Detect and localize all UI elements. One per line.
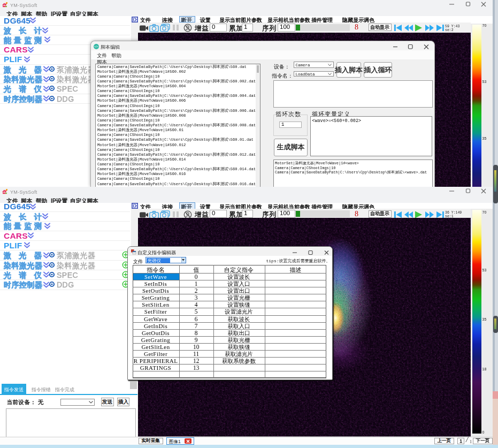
svg-text:</>: </> [94,45,98,48]
